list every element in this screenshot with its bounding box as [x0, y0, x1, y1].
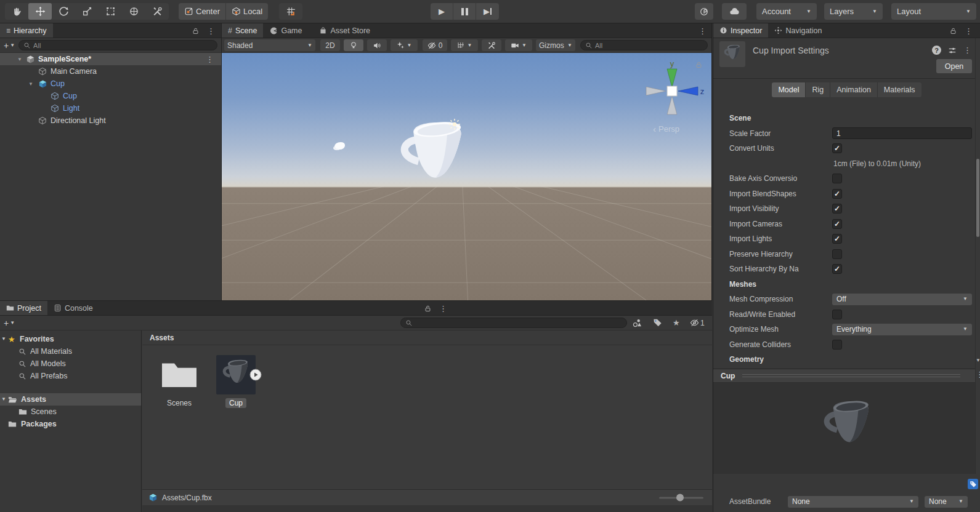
- scale-tool-button[interactable]: [75, 3, 99, 20]
- shading-mode-dropdown[interactable]: Shaded▼: [224, 39, 315, 51]
- version-control-button[interactable]: [695, 3, 713, 20]
- setting-checkbox[interactable]: ✓: [832, 204, 842, 214]
- tree-item-assets[interactable]: ▼ Assets: [0, 393, 141, 406]
- kebab-menu-icon[interactable]: ⋮: [207, 27, 215, 35]
- filter-by-label-icon[interactable]: [653, 318, 662, 327]
- lock-icon[interactable]: [695, 61, 703, 69]
- create-asset-button[interactable]: +▼: [4, 318, 15, 328]
- play-button[interactable]: ▶: [431, 3, 453, 20]
- hierarchy-search-input[interactable]: [33, 42, 213, 49]
- grid-visibility-dropdown[interactable]: ▼: [451, 39, 478, 51]
- preview-header[interactable]: Cup: [713, 369, 975, 383]
- hierarchy-item-light-child[interactable]: Light: [0, 102, 221, 114]
- kebab-menu-icon[interactable]: ⋮: [963, 46, 971, 54]
- kebab-menu-icon[interactable]: ⋮: [439, 305, 447, 313]
- drag-handle[interactable]: [742, 374, 960, 377]
- inspector-scrollbar[interactable]: ▼ ⋮: [975, 38, 980, 474]
- setting-input[interactable]: [832, 127, 972, 139]
- tree-item-all-prefabs[interactable]: All Prefabs: [0, 370, 141, 382]
- grid-snap-button[interactable]: [279, 3, 302, 20]
- assetbundle-variant-dropdown[interactable]: None▼: [925, 496, 968, 508]
- asset-labels-icon[interactable]: [968, 479, 978, 489]
- layers-dropdown[interactable]: Layers▼: [824, 3, 883, 20]
- filter-by-type-icon[interactable]: [632, 318, 642, 328]
- project-search-input[interactable]: [415, 319, 622, 327]
- 2d-toggle-button[interactable]: 2D: [320, 39, 340, 51]
- scene-visibility-toggle[interactable]: 0: [423, 39, 447, 51]
- asset-item-scenes[interactable]: Scenes: [151, 355, 208, 408]
- component-tools-button[interactable]: [482, 39, 501, 51]
- tab-scene[interactable]: # Scene: [222, 23, 263, 38]
- lock-icon[interactable]: [949, 27, 957, 35]
- tree-item-all-models[interactable]: All Models: [0, 358, 141, 370]
- cup-object[interactable]: [391, 114, 474, 202]
- custom-tools-button[interactable]: [145, 3, 169, 20]
- scrollbar-thumb[interactable]: [976, 159, 979, 237]
- z-axis-cone[interactable]: [678, 87, 698, 95]
- y-axis-cone[interactable]: [667, 69, 677, 87]
- help-icon[interactable]: ?: [932, 46, 941, 55]
- neg-y-axis-cone[interactable]: [667, 96, 677, 114]
- tab-hierarchy[interactable]: ≡ Hierarchy: [0, 23, 53, 38]
- pivot-toggle-button[interactable]: Center: [179, 3, 225, 20]
- gizmo-center-cube[interactable]: [667, 86, 677, 96]
- setting-checkbox[interactable]: [832, 340, 842, 350]
- preview-area[interactable]: [713, 383, 975, 474]
- hierarchy-item-directional-light[interactable]: Directional Light: [0, 114, 221, 127]
- hierarchy-item-cup-prefab[interactable]: ▼ Cup: [0, 78, 221, 90]
- rotate-tool-button[interactable]: [52, 3, 75, 20]
- light-gizmo-icon[interactable]: [448, 118, 461, 130]
- tab-asset-store[interactable]: Asset Store: [313, 23, 376, 38]
- hierarchy-item-cup-child[interactable]: Cup: [0, 90, 221, 102]
- setting-checkbox[interactable]: ✓: [832, 189, 842, 199]
- assetbundle-dropdown[interactable]: None▼: [788, 496, 918, 508]
- project-visibility-toggle[interactable]: 1: [690, 318, 705, 327]
- projection-label[interactable]: ‹ Persp: [653, 124, 679, 134]
- slider-knob[interactable]: [676, 494, 684, 502]
- tab-navigation[interactable]: Navigation: [768, 23, 828, 38]
- setting-checkbox[interactable]: [832, 249, 842, 259]
- step-button[interactable]: ▶: [476, 3, 499, 20]
- setting-dropdown[interactable]: Everything▼: [832, 324, 972, 335]
- foldout-arrow-icon[interactable]: ▼: [28, 81, 33, 87]
- thumbnail-size-slider[interactable]: [659, 497, 703, 498]
- orientation-toggle-button[interactable]: Local: [225, 3, 268, 20]
- tab-console[interactable]: Console: [47, 301, 99, 315]
- hierarchy-item-scene[interactable]: ▼ SampleScene* ⋮: [0, 53, 221, 65]
- effects-dropdown[interactable]: ▼: [391, 39, 418, 51]
- setting-checkbox[interactable]: [832, 174, 842, 183]
- tab-inspector[interactable]: Inspector: [713, 23, 768, 38]
- lock-icon[interactable]: [424, 305, 432, 313]
- setting-checkbox[interactable]: ✓: [832, 143, 842, 153]
- layout-dropdown[interactable]: Layout▼: [891, 3, 976, 20]
- asset-item-cup[interactable]: Cup: [208, 355, 264, 408]
- expand-asset-icon[interactable]: [249, 369, 262, 381]
- hierarchy-item-main-camera[interactable]: Main Camera: [0, 65, 221, 78]
- tab-materials[interactable]: Materials: [878, 82, 921, 97]
- tab-project[interactable]: Project: [0, 301, 47, 315]
- tree-item-packages[interactable]: Packages: [0, 418, 141, 430]
- add-object-button[interactable]: +▼: [4, 41, 15, 50]
- tree-item-all-materials[interactable]: All Materials: [0, 345, 141, 358]
- scene-audio-toggle[interactable]: [367, 39, 387, 51]
- foldout-arrow-icon[interactable]: ▼: [1, 337, 6, 342]
- tab-rig[interactable]: Rig: [806, 82, 830, 97]
- favorites-filter-icon[interactable]: ★: [673, 318, 680, 327]
- foldout-arrow-icon[interactable]: ▼: [1, 397, 6, 402]
- scene-search-input[interactable]: [595, 42, 703, 49]
- scene-search[interactable]: [580, 40, 708, 50]
- tab-game[interactable]: Game: [263, 23, 308, 38]
- tab-model[interactable]: Model: [772, 82, 806, 97]
- pause-button[interactable]: [453, 3, 476, 20]
- setting-checkbox[interactable]: ✓: [832, 264, 842, 274]
- cloud-services-button[interactable]: [722, 3, 747, 20]
- gizmos-dropdown[interactable]: Gizmos▼: [536, 39, 575, 51]
- presets-icon[interactable]: [948, 46, 957, 55]
- hierarchy-search[interactable]: [18, 40, 217, 50]
- scene-camera-dropdown[interactable]: ▼: [505, 39, 532, 51]
- scene-viewport[interactable]: ‹ Persp y z: [222, 53, 711, 300]
- kebab-menu-icon[interactable]: ⋮: [965, 27, 973, 35]
- transform-tool-button[interactable]: [122, 3, 145, 20]
- tree-item-scenes[interactable]: Scenes: [0, 406, 141, 418]
- project-search[interactable]: [400, 318, 627, 328]
